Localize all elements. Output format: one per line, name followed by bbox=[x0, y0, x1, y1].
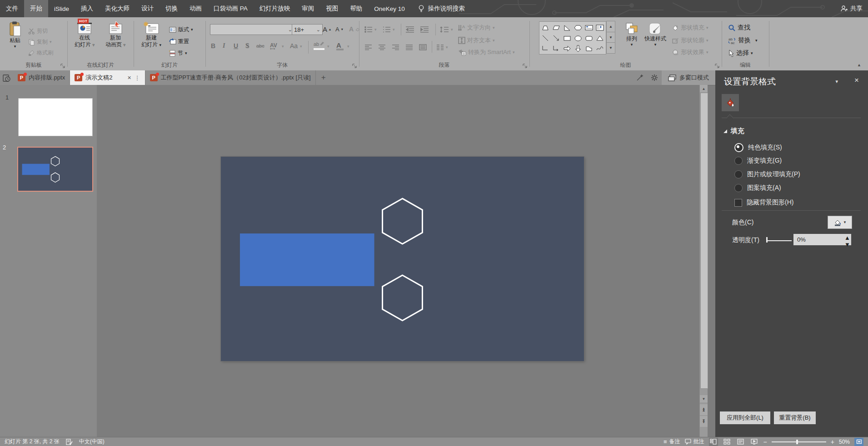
fill-tab-selected[interactable] bbox=[722, 94, 739, 111]
language-indicator[interactable]: 中文(中国) bbox=[79, 438, 105, 446]
align-left-button[interactable] bbox=[364, 42, 372, 52]
new-animation-dropdown-arrow-icon[interactable]: ▿ bbox=[123, 43, 125, 47]
zoom-slider[interactable] bbox=[772, 440, 826, 444]
paste-dropdown-arrow-icon[interactable]: ▾ bbox=[14, 45, 16, 49]
oval-shape-icon[interactable] bbox=[573, 33, 584, 43]
line-spacing-button[interactable]: ▾ bbox=[440, 25, 453, 35]
fill-section-header[interactable]: 填充 bbox=[723, 127, 744, 135]
slideshow-view-button[interactable] bbox=[750, 438, 759, 446]
rectangle-shape-icon[interactable] bbox=[562, 33, 573, 43]
arrange-button[interactable]: 排列 ▾ bbox=[622, 22, 642, 47]
character-spacing-dropdown-arrow-icon[interactable]: ▾ bbox=[282, 45, 284, 49]
quick-styles-button[interactable]: 快速样式 ▾ bbox=[642, 22, 668, 47]
document-tab-2-active[interactable]: P 演示文稿2 × ⋮ bbox=[70, 70, 145, 85]
paste-button[interactable]: 粘贴 ▾ bbox=[5, 21, 25, 49]
replace-button[interactable]: abac 替换 ▾ bbox=[728, 35, 758, 45]
transparency-slider-handle[interactable] bbox=[766, 237, 768, 243]
fill-option-gradient[interactable]: 渐变填充(G) bbox=[734, 157, 782, 165]
comments-button[interactable]: 批注 bbox=[685, 438, 704, 446]
online-slide-button[interactable]: HOT 在线 幻灯片 ▿ bbox=[71, 21, 98, 48]
session-history-button[interactable] bbox=[0, 70, 13, 85]
bullets-dropdown-arrow-icon[interactable]: ▾ bbox=[374, 28, 377, 32]
select-button[interactable]: 选择 ▾ bbox=[728, 48, 753, 58]
tab-search-button[interactable] bbox=[633, 70, 647, 85]
zoom-level[interactable]: 50% bbox=[839, 439, 850, 445]
line-spacing-dropdown-arrow-icon[interactable]: ▾ bbox=[451, 28, 453, 32]
rounded-rectangle-shape-icon[interactable] bbox=[584, 33, 594, 43]
share-button[interactable]: 共享 bbox=[840, 0, 863, 17]
replace-dropdown-arrow-icon[interactable]: ▾ bbox=[755, 39, 758, 43]
canvas-vertical-scrollbar[interactable]: ▲ ▼ ▲▲ ▼▼ bbox=[699, 85, 708, 437]
next-slide-button[interactable]: ▼▼ bbox=[700, 416, 708, 427]
freeform-shape-icon[interactable] bbox=[584, 43, 594, 54]
tab-settings-button[interactable] bbox=[647, 70, 662, 85]
apply-to-all-button[interactable]: 应用到全部(L) bbox=[720, 411, 770, 424]
right-triangle-shape-icon[interactable] bbox=[562, 22, 573, 33]
scrollbar-thumb[interactable] bbox=[700, 93, 708, 389]
numbering-button[interactable]: ▾ bbox=[383, 25, 395, 35]
scribble-shape-icon[interactable] bbox=[594, 43, 605, 54]
increase-font-size-button[interactable]: A▴ bbox=[323, 24, 331, 34]
horizontal-text-box-icon[interactable] bbox=[584, 22, 594, 33]
columns-dropdown-arrow-icon[interactable]: ▾ bbox=[446, 45, 448, 50]
scroll-down-arrow-icon[interactable]: ▼ bbox=[700, 395, 708, 402]
find-button[interactable]: 查找 bbox=[728, 23, 750, 33]
shape-outline-dropdown-arrow-icon[interactable]: ▾ bbox=[706, 39, 708, 43]
menu-tab-design[interactable]: 设计 bbox=[135, 0, 160, 17]
menu-tab-insert[interactable]: 插入 bbox=[75, 0, 99, 17]
shape-effects-dropdown-arrow-icon[interactable]: ▾ bbox=[706, 50, 708, 55]
cut-button[interactable]: 剪切 bbox=[28, 26, 48, 36]
font-size-combo[interactable]: 18+ ⌄ bbox=[292, 24, 323, 35]
radio-icon[interactable] bbox=[734, 157, 743, 165]
vertical-text-box-icon[interactable] bbox=[594, 22, 605, 33]
menu-tab-home[interactable]: 开始 bbox=[24, 0, 48, 17]
document-tab-1[interactable]: P 内容排版.pptx bbox=[13, 70, 70, 85]
shapes-scroll-up-button[interactable]: ▲ bbox=[606, 21, 615, 32]
menu-tab-slideshow[interactable]: 幻灯片放映 bbox=[254, 0, 296, 17]
decrease-indent-button[interactable] bbox=[405, 25, 414, 35]
slide-thumbnail-2-selected[interactable] bbox=[17, 147, 93, 192]
close-tab-icon[interactable]: × bbox=[127, 74, 131, 81]
panel-close-icon[interactable]: × bbox=[854, 76, 859, 85]
shape-fill-dropdown-arrow-icon[interactable]: ▾ bbox=[706, 26, 708, 30]
menu-tab-animations[interactable]: 动画 bbox=[184, 0, 208, 17]
new-slide-button[interactable]: 新建 幻灯片 ▾ bbox=[137, 21, 165, 48]
convert-to-smartart-button[interactable]: 转换为 SmartArt ▾ bbox=[458, 47, 514, 57]
slide-2-editing-surface[interactable] bbox=[221, 157, 584, 361]
menu-tab-transitions[interactable]: 切换 bbox=[160, 0, 184, 17]
fill-option-pattern[interactable]: 图案填充(A) bbox=[734, 184, 781, 192]
transparency-spin-down-icon[interactable]: ▼ bbox=[844, 241, 850, 248]
font-color-dropdown-arrow-icon[interactable]: ▾ bbox=[347, 45, 349, 49]
decrease-font-size-button[interactable]: A▾ bbox=[335, 24, 343, 34]
smartart-dropdown-arrow-icon[interactable]: ▾ bbox=[513, 50, 515, 55]
font-name-combo[interactable]: ⌄ bbox=[210, 24, 294, 35]
text-shadow-button[interactable]: S bbox=[245, 42, 249, 50]
new-slide-dropdown-arrow-icon[interactable]: ▾ bbox=[159, 43, 161, 47]
isoceles-triangle-shape-icon[interactable] bbox=[594, 33, 605, 43]
reset-button[interactable]: 重置 bbox=[169, 36, 189, 46]
arrange-dropdown-arrow-icon[interactable]: ▾ bbox=[631, 43, 633, 47]
bold-button[interactable]: B bbox=[211, 42, 215, 50]
menu-tab-beautify-master[interactable]: 美化大师 bbox=[99, 0, 135, 17]
hexagon-shape-icon[interactable] bbox=[573, 22, 584, 33]
panel-menu-arrow-icon[interactable]: ▾ bbox=[835, 79, 838, 84]
columns-button[interactable]: ▾ bbox=[436, 42, 448, 52]
transparency-slider[interactable] bbox=[766, 239, 792, 241]
multi-window-mode-button[interactable]: 多窗口模式 bbox=[662, 70, 715, 85]
transparency-spin-up-icon[interactable]: ▲ bbox=[844, 234, 850, 241]
text-direction-dropdown-arrow-icon[interactable]: ▾ bbox=[493, 26, 495, 30]
reset-background-button[interactable]: 重置背景(B) bbox=[774, 411, 816, 424]
zoom-in-button[interactable]: + bbox=[831, 438, 834, 446]
zoom-out-button[interactable]: − bbox=[763, 438, 767, 446]
parallelogram-shape-icon[interactable] bbox=[551, 22, 562, 33]
line-shape-icon[interactable] bbox=[540, 33, 551, 43]
color-picker-button[interactable]: ▾ bbox=[828, 216, 852, 229]
font-size-dropdown-arrow-icon[interactable]: ⌄ bbox=[316, 27, 320, 32]
radio-icon[interactable] bbox=[734, 170, 743, 178]
section-button[interactable]: 节 ▾ bbox=[169, 48, 187, 58]
align-text-button[interactable]: 对齐文本 ▾ bbox=[458, 35, 495, 45]
trapezoid-shape-icon[interactable] bbox=[540, 22, 551, 33]
font-color-button[interactable]: A bbox=[336, 41, 341, 49]
increase-indent-button[interactable] bbox=[420, 25, 429, 35]
slide-canvas[interactable] bbox=[97, 85, 699, 437]
